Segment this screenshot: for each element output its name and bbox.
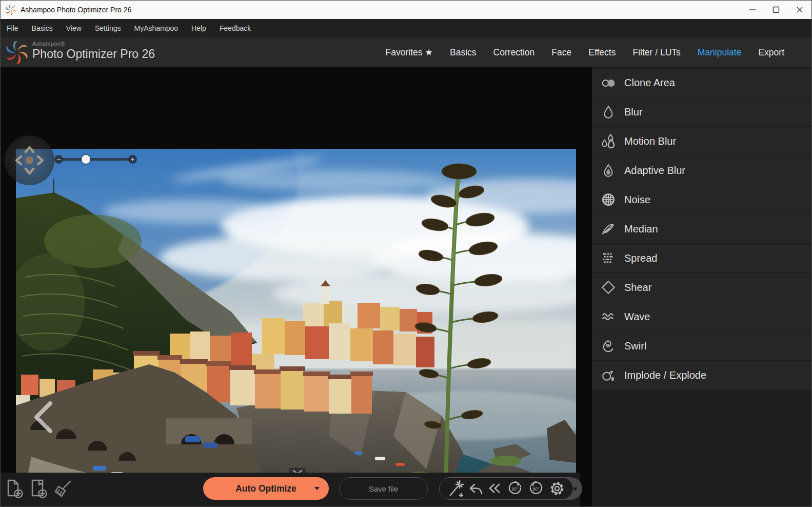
- menu-settings[interactable]: Settings: [88, 19, 128, 37]
- sidebar-item-adaptive-blur[interactable]: Adaptive Blur: [592, 156, 812, 185]
- wave-icon: [601, 309, 616, 324]
- save-file-label: Save file: [369, 484, 399, 493]
- sidebar-item-blur[interactable]: Blur: [592, 98, 812, 127]
- rotate-right-90-icon: 90°: [527, 480, 545, 497]
- menu-bar: File Basics View Settings MyAshampoo Hel…: [1, 19, 811, 37]
- add-file-icon: [6, 478, 25, 500]
- zoom-slider-thumb[interactable]: [82, 155, 90, 164]
- menu-view[interactable]: View: [60, 19, 88, 37]
- minimize-icon: [749, 6, 756, 13]
- previous-image-button[interactable]: [33, 401, 53, 433]
- sidebar-item-implode-explode[interactable]: Implode / Explode: [592, 361, 812, 390]
- magic-wand-plus-icon: [447, 479, 464, 498]
- sidebar-item-label: Adaptive Blur: [624, 165, 685, 177]
- sidebar-item-label: Blur: [624, 106, 643, 118]
- bottom-toolbar: Auto Optimize Save file: [1, 473, 580, 507]
- save-file-button[interactable]: Save file: [339, 477, 428, 500]
- swirl-icon: [601, 338, 616, 354]
- tab-manipulate[interactable]: Manipulate: [698, 47, 742, 58]
- menu-feedback[interactable]: Feedback: [213, 19, 258, 37]
- app-window: Ashampoo Photo Optimizer Pro 26 File Bas…: [0, 0, 812, 507]
- window-controls: [741, 1, 811, 19]
- adaptive-blur-icon: [601, 163, 616, 178]
- sidebar-item-wave[interactable]: Wave: [592, 302, 812, 332]
- next-image-button[interactable]: [575, 402, 576, 432]
- sidebar-item-label: Shear: [624, 282, 651, 294]
- undo-all-button[interactable]: [487, 480, 502, 497]
- maximize-icon: [773, 6, 780, 13]
- tab-face[interactable]: Face: [551, 47, 571, 58]
- sidebar-item-spread[interactable]: Spread: [592, 244, 812, 273]
- shear-icon: [601, 280, 616, 295]
- auto-optimize-button[interactable]: Auto Optimize: [203, 477, 329, 500]
- edit-tools: 90° 90°: [439, 477, 573, 500]
- svg-text:90°: 90°: [511, 486, 518, 492]
- next-image-icon: [575, 402, 576, 432]
- close-icon: [796, 6, 803, 13]
- blur-icon: [601, 104, 616, 120]
- settings-gear-icon: [549, 480, 565, 497]
- clean-broom-icon: [53, 478, 73, 500]
- rotate-right-90-button[interactable]: 90°: [527, 480, 545, 497]
- sidebar-item-label: Spread: [624, 252, 658, 264]
- implode-explode-icon: [601, 367, 616, 383]
- maximize-button[interactable]: [764, 1, 788, 19]
- tab-correction[interactable]: Correction: [493, 47, 535, 58]
- photo-canvas[interactable]: [16, 149, 576, 507]
- pan-navigator[interactable]: [5, 135, 54, 185]
- photo-viewport: [16, 149, 576, 507]
- minimize-button[interactable]: [741, 1, 764, 19]
- app-logo: [6, 41, 28, 64]
- rotate-left-90-button[interactable]: 90°: [506, 480, 524, 497]
- tab-favorites[interactable]: Favorites ★: [386, 47, 433, 58]
- sidebar-item-shear[interactable]: Shear: [592, 273, 812, 302]
- zoom-in-button[interactable]: +: [128, 155, 137, 164]
- sidebar-item-clone-area[interactable]: Clone Area: [592, 68, 812, 98]
- previous-image-icon: [33, 401, 53, 433]
- tab-filter-luts[interactable]: Filter / LUTs: [632, 47, 680, 58]
- add-files-icon: [29, 478, 49, 500]
- app-icon: [6, 5, 16, 15]
- sidebar-item-label: Noise: [624, 194, 650, 206]
- sidebar-item-label: Median: [624, 223, 658, 235]
- file-tools: [6, 478, 73, 500]
- add-file-button[interactable]: [6, 478, 25, 500]
- tab-export[interactable]: Export: [758, 47, 784, 58]
- close-button[interactable]: [788, 1, 811, 19]
- add-files-button[interactable]: [29, 478, 49, 500]
- zoom-slider-track[interactable]: [62, 158, 130, 161]
- brand: Ashampoo® Photo Optimizer Pro 26: [32, 41, 155, 61]
- auto-optimize-label: Auto Optimize: [235, 483, 296, 494]
- window-title: Ashampoo Photo Optimizer Pro 26: [21, 6, 131, 14]
- sidebar-item-motion-blur[interactable]: Motion Blur: [592, 127, 812, 156]
- svg-text:90°: 90°: [533, 486, 540, 492]
- menu-myashampoo[interactable]: MyAshampoo: [127, 19, 185, 37]
- sidebar-item-median[interactable]: Median: [592, 215, 812, 244]
- median-icon: [601, 221, 616, 237]
- tab-effects[interactable]: Effects: [588, 47, 616, 58]
- titlebar: Ashampoo Photo Optimizer Pro 26: [1, 1, 811, 19]
- rotate-left-90-icon: 90°: [506, 480, 524, 497]
- sidebar-item-noise[interactable]: Noise: [592, 185, 812, 215]
- menu-file[interactable]: File: [7, 19, 25, 37]
- clean-broom-button[interactable]: [53, 478, 73, 500]
- undo-button[interactable]: [468, 480, 483, 497]
- main-tabs: Favorites ★ Basics Correction Face Effec…: [386, 37, 784, 67]
- app-header: Ashampoo® Photo Optimizer Pro 26 Favorit…: [1, 37, 811, 67]
- motion-blur-icon: [601, 133, 616, 149]
- noise-icon: [601, 192, 616, 207]
- settings-gear-button[interactable]: [549, 480, 565, 497]
- sidebar-item-swirl[interactable]: Swirl: [592, 332, 812, 361]
- undo-all-icon: [487, 480, 502, 497]
- menu-help[interactable]: Help: [185, 19, 213, 37]
- zoom-slider: − +: [54, 154, 137, 164]
- brand-name: Ashampoo®: [32, 41, 155, 47]
- magic-wand-button[interactable]: [447, 479, 464, 498]
- tool-list: Clone Area Blur Motion Blur: [592, 67, 812, 390]
- chevron-down-icon: [314, 487, 320, 490]
- menu-basics[interactable]: Basics: [25, 19, 60, 37]
- tab-basics[interactable]: Basics: [450, 47, 477, 58]
- sidebar-item-label: Implode / Explode: [624, 369, 706, 381]
- pan-navigator-icon: [5, 135, 54, 185]
- sidebar-item-label: Motion Blur: [624, 135, 676, 147]
